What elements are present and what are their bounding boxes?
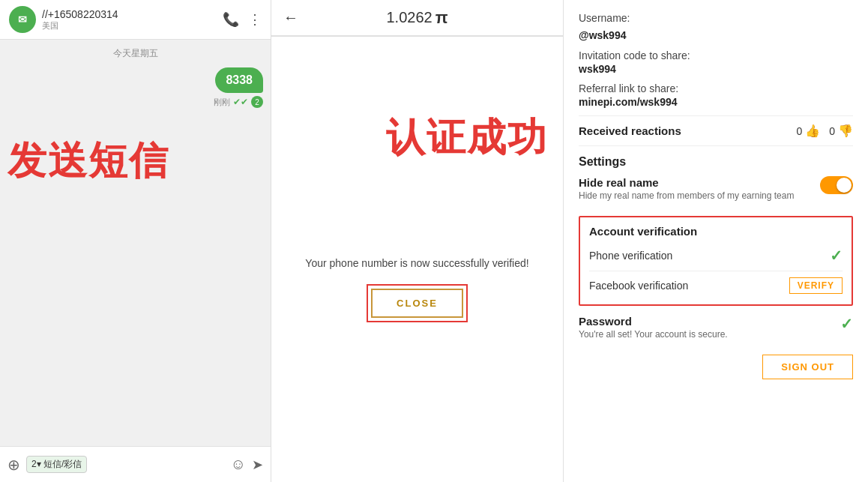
chat-header: ✉ //+16508220314 美国 📞 ⋮ xyxy=(0,0,271,40)
header-icons: 📞 ⋮ xyxy=(223,11,262,28)
thumbs-down-count: 0 xyxy=(829,125,835,137)
hide-real-name-row: Hide real name Hide my real name from me… xyxy=(579,176,853,201)
balance-value: 1.0262 xyxy=(386,9,432,26)
time-text: 刚刚 xyxy=(214,97,230,108)
chinese-send-overlay: 发送短信 xyxy=(0,135,271,187)
password-desc: You're all set! Your account is secure. xyxy=(579,329,728,340)
account-verification-title: Account verification xyxy=(589,225,843,238)
add-icon[interactable]: ⊕ xyxy=(7,456,20,474)
settings-section: Settings Hide real name Hide my real nam… xyxy=(579,155,853,207)
chinese-verified-text: 认证成功 xyxy=(271,112,563,164)
avatar-icon: ✉ xyxy=(18,13,27,25)
username-label: Username: xyxy=(579,12,630,24)
read-count: 2 xyxy=(251,96,263,108)
referral-section: Referral link to share: minepi.com/wsk99… xyxy=(579,82,853,108)
right-panel: Username: @wsk994 Invitation code to sha… xyxy=(564,0,868,482)
facebook-verification-label: Facebook verification xyxy=(589,280,688,292)
contact-info-section: ✉ //+16508220314 美国 xyxy=(9,6,118,33)
emoji-icon[interactable]: ☺ xyxy=(231,456,246,473)
phone-verification-row: Phone verification ✓ xyxy=(589,244,843,268)
date-label: 今天星期五 xyxy=(7,47,263,60)
contact-name: //+16508220314 xyxy=(42,8,118,20)
sms-input[interactable] xyxy=(93,459,224,471)
reactions-counts: 0 👍 0 👎 xyxy=(796,124,853,138)
username-value: @wsk994 xyxy=(579,29,626,41)
verification-success-message: Your phone number is now successfully ve… xyxy=(305,257,528,269)
hide-real-name-info: Hide real name Hide my real name from me… xyxy=(579,176,794,201)
call-icon[interactable]: 📞 xyxy=(223,11,239,28)
password-row: Password You're all set! Your account is… xyxy=(579,315,853,340)
referral-label: Referral link to share: xyxy=(579,82,853,94)
sms-label: 2▾ 短信/彩信 xyxy=(31,458,82,471)
close-button[interactable]: CLOSE xyxy=(371,289,463,318)
invitation-value: wsk994 xyxy=(579,63,853,75)
thumbs-up-icon: 👍 xyxy=(805,124,820,138)
verification-divider xyxy=(589,271,843,271)
middle-panel: ← 1.0262 π 认证成功 Your phone number is now… xyxy=(271,0,564,482)
message-time: 刚刚 ✔✔ 2 xyxy=(214,96,263,108)
send-icon[interactable]: ➤ xyxy=(252,457,263,473)
left-panel: ✉ //+16508220314 美国 📞 ⋮ 今天星期五 8338 刚刚 ✔✔… xyxy=(0,0,271,482)
account-verification-box: Account verification Phone verification … xyxy=(579,216,853,306)
pi-balance-display: 1.0262 π xyxy=(386,8,447,28)
invitation-label: Invitation code to share: xyxy=(579,49,853,61)
referral-value: minepi.com/wsk994 xyxy=(579,96,853,108)
message-bubble: 8338 xyxy=(215,67,263,93)
sign-out-wrapper: SIGN OUT xyxy=(579,349,853,379)
username-section: Username: @wsk994 xyxy=(579,12,853,42)
facebook-verify-button[interactable]: VERIFY xyxy=(789,277,843,294)
contact-details: //+16508220314 美国 xyxy=(42,8,118,31)
contact-avatar: ✉ xyxy=(9,6,36,33)
hide-real-name-desc: Hide my real name from members of my ear… xyxy=(579,190,794,201)
phone-verified-check-icon: ✓ xyxy=(830,247,843,265)
thumbs-up-reaction: 0 👍 xyxy=(796,124,820,138)
thumbs-up-count: 0 xyxy=(796,125,802,137)
settings-title: Settings xyxy=(579,155,853,169)
reactions-label: Received reactions xyxy=(579,124,681,137)
facebook-verification-row: Facebook verification VERIFY xyxy=(589,274,843,297)
hide-real-name-toggle[interactable] xyxy=(820,176,853,194)
more-options-icon[interactable]: ⋮ xyxy=(248,11,262,28)
middle-content: 认证成功 Your phone number is now successful… xyxy=(271,37,563,482)
phone-verification-label: Phone verification xyxy=(589,250,672,262)
username-row: Username: xyxy=(579,12,853,24)
contact-country: 美国 xyxy=(42,20,118,31)
read-receipts: ✔✔ xyxy=(233,97,248,107)
reactions-row: Received reactions 0 👍 0 👎 xyxy=(579,115,853,146)
hide-real-name-label: Hide real name xyxy=(579,176,794,189)
thumbs-down-icon: 👎 xyxy=(838,124,853,138)
password-check-icon: ✓ xyxy=(840,315,853,333)
close-button-wrapper: CLOSE xyxy=(367,284,468,322)
pi-symbol: π xyxy=(435,8,448,28)
sign-out-button[interactable]: SIGN OUT xyxy=(762,355,853,379)
back-arrow-icon[interactable]: ← xyxy=(283,9,298,26)
password-info: Password You're all set! Your account is… xyxy=(579,315,728,340)
sms-type-selector[interactable]: 2▾ 短信/彩信 xyxy=(26,456,87,473)
middle-header: ← 1.0262 π xyxy=(271,0,563,36)
thumbs-down-reaction: 0 👎 xyxy=(829,124,853,138)
chinese-send-text: 发送短信 xyxy=(7,135,169,187)
chat-body: 今天星期五 8338 刚刚 ✔✔ 2 xyxy=(0,40,271,446)
invitation-section: Invitation code to share: wsk994 xyxy=(579,49,853,75)
password-label: Password xyxy=(579,315,728,328)
toggle-knob xyxy=(837,178,852,193)
chat-footer: ⊕ 2▾ 短信/彩信 ☺ ➤ xyxy=(0,446,271,482)
